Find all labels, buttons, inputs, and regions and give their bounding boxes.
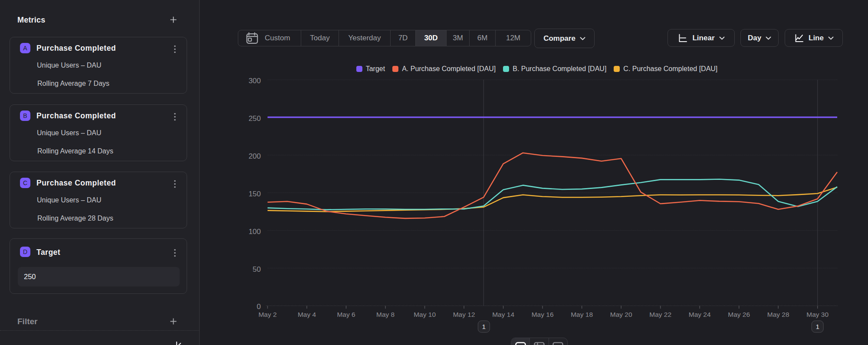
svg-text:150: 150	[249, 190, 261, 198]
svg-text:May 20: May 20	[610, 311, 632, 318]
svg-text:300: 300	[249, 77, 261, 85]
svg-text:May 10: May 10	[414, 311, 436, 318]
svg-text:May 6: May 6	[337, 311, 355, 318]
svg-text:200: 200	[249, 152, 261, 160]
svg-text:May 12: May 12	[453, 311, 475, 318]
svg-text:1: 1	[815, 323, 819, 330]
svg-text:May 16: May 16	[532, 311, 554, 318]
svg-text:50: 50	[253, 265, 261, 273]
svg-text:May 2: May 2	[258, 311, 276, 318]
svg-text:100: 100	[249, 228, 261, 236]
svg-text:May 18: May 18	[571, 311, 593, 318]
svg-text:May 14: May 14	[492, 311, 514, 318]
svg-text:May 28: May 28	[767, 311, 789, 318]
svg-text:May 26: May 26	[728, 311, 750, 318]
svg-text:May 4: May 4	[298, 311, 316, 318]
svg-text:May 22: May 22	[649, 311, 671, 318]
svg-text:May 24: May 24	[689, 311, 711, 318]
svg-text:1: 1	[482, 323, 486, 330]
svg-text:0: 0	[257, 303, 261, 311]
svg-text:250: 250	[249, 114, 261, 123]
svg-text:May 8: May 8	[376, 311, 395, 318]
svg-text:May 30: May 30	[806, 311, 829, 318]
